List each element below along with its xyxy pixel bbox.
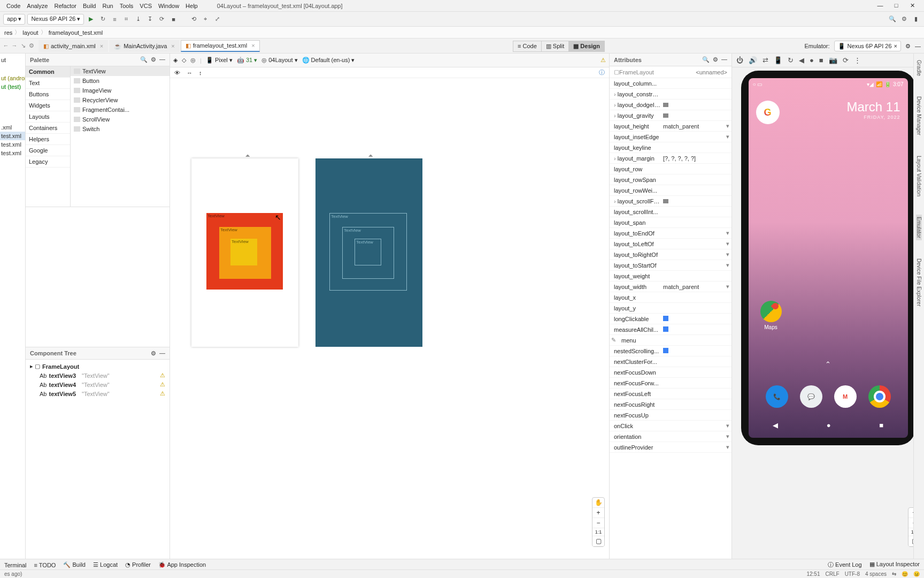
palette-item-button[interactable]: Button [71, 76, 170, 86]
project-item[interactable]: test.xml [0, 149, 25, 157]
attr-row[interactable]: outlineProvider▾ [610, 442, 732, 453]
design-surface[interactable]: TextView TextView TextView [191, 158, 298, 347]
emulator-hide-icon[interactable]: — [915, 43, 921, 49]
zoom-out-icon[interactable]: − [592, 518, 604, 528]
status-lock-icon[interactable]: ⇆ [892, 571, 896, 577]
dropdown-icon[interactable]: ▾ [724, 251, 732, 258]
settings-icon[interactable]: ⚙ [899, 16, 909, 22]
nav-fwd-icon[interactable]: → [11, 42, 18, 49]
app-gmail[interactable]: M [834, 385, 857, 408]
attr-row[interactable]: layout_rowWei... [610, 185, 732, 196]
project-item[interactable]: ut (test) [0, 82, 25, 91]
crumb-file[interactable]: framelayout_test.xml [49, 29, 103, 36]
palette-cat-containers[interactable]: Containers [26, 123, 70, 134]
run-icon[interactable]: ▶ [86, 16, 96, 22]
attr-value[interactable] [661, 198, 732, 204]
tab-layout-inspector[interactable]: ▦ Layout Inspector [869, 561, 920, 569]
design-canvas[interactable]: ⏶ ⏶ TextView TextView TextView TextView … [170, 78, 609, 563]
status-indent[interactable]: 4 spaces [865, 571, 887, 577]
window-close-icon[interactable]: ✕ [908, 2, 917, 9]
dropdown-icon[interactable]: ▾ [724, 230, 732, 237]
palette-cat-common[interactable]: Common [26, 66, 70, 78]
avd-icon[interactable]: ⟲ [189, 16, 198, 22]
tab-todo[interactable]: ≡ TODO [34, 562, 56, 568]
menu-help[interactable]: Help [182, 2, 201, 10]
palette-item-scrollview[interactable]: ScrollView [71, 115, 170, 124]
warning-icon[interactable]: ⚠ [160, 381, 165, 388]
attr-row[interactable]: layout_toEndOf▾ [610, 228, 732, 239]
apply-changes-icon[interactable]: ↻ [98, 16, 107, 22]
attr-row[interactable]: layout_toLeftOf▾ [610, 239, 732, 249]
debug-icon[interactable]: ≡ [110, 16, 119, 22]
tab-device-file-explorer[interactable]: Device File Explorer [916, 256, 922, 308]
tree-node-textview5[interactable]: Ab textView5 "TextView" ⚠ [28, 389, 167, 398]
window-minimize-icon[interactable]: — [876, 2, 884, 9]
palette-cat-google[interactable]: Google [26, 145, 70, 156]
resource-icon[interactable]: ⤢ [212, 16, 222, 22]
attr-row[interactable]: onClick▾ [610, 421, 732, 431]
palette-item-textview[interactable]: TextView [71, 66, 170, 76]
tab-activity-main[interactable]: ◧ activity_main.xml × [38, 40, 108, 52]
surface-select-icon[interactable]: ◈ [173, 57, 178, 64]
attr-row[interactable]: nextClusterFor... [610, 356, 732, 367]
attr-row[interactable]: layout_dodgeIn... [610, 100, 732, 110]
dropdown-icon[interactable]: ▾ [724, 283, 732, 290]
attr-row[interactable]: nextFocusRight [610, 399, 732, 410]
phone-screen[interactable]: ○ ▭ ▾◢ 📶 🔋 3:07 G March 11 FRIDAY, 2022 [749, 78, 908, 438]
project-item[interactable]: ut (androidTest) [0, 74, 25, 82]
tab-gradle[interactable]: Gradle [916, 58, 922, 78]
gear-icon[interactable]: ⚙ [713, 56, 718, 63]
power-icon[interactable]: ⏻ [736, 56, 743, 64]
stop-icon[interactable]: ■ [168, 16, 178, 22]
crumb-layout[interactable]: layout [22, 29, 38, 36]
status-encoding[interactable]: UTF-8 [845, 571, 860, 577]
info-icon[interactable]: ⓘ [599, 69, 605, 77]
pan-icon[interactable]: ✋ [592, 498, 604, 508]
dropdown-icon[interactable]: ▾ [724, 444, 732, 451]
attr-row[interactable]: layout_keyline [610, 142, 732, 153]
sdk-icon[interactable]: ⌖ [201, 16, 210, 22]
app-phone[interactable]: 📞 [766, 385, 788, 408]
dropdown-icon[interactable]: ▾ [724, 433, 732, 440]
attr-row[interactable]: layout_constrai... [610, 89, 732, 100]
menu-window[interactable]: Window [155, 2, 182, 10]
dropdown-icon[interactable]: ▾ [724, 240, 732, 247]
menu-analyze[interactable]: Analyze [24, 2, 51, 10]
overview-icon[interactable]: ■ [819, 56, 823, 64]
locale-picker[interactable]: 🌐 Default (en-us) ▾ [302, 57, 355, 64]
status-inspection-icon[interactable]: 😊 [902, 571, 908, 577]
gear-icon[interactable]: ⚙ [151, 350, 156, 357]
attr-row[interactable]: nestedScrolling... [610, 346, 732, 356]
attr-row[interactable]: layout_x [610, 292, 732, 303]
attr-value[interactable] [661, 102, 732, 108]
warning-icon[interactable]: ⚠ [160, 390, 165, 397]
home-icon[interactable]: ● [810, 56, 814, 64]
palette-cat-layouts[interactable]: Layouts [26, 111, 70, 123]
volume-icon[interactable]: 🔊 [749, 56, 757, 64]
attr-value[interactable] [661, 348, 732, 354]
attr-row[interactable]: layout_toStartOf▾ [610, 260, 732, 271]
nav-home-icon[interactable]: ● [827, 421, 831, 429]
project-item[interactable]: test.xml [0, 140, 25, 149]
zoom-reset[interactable]: 1:1 [592, 528, 604, 536]
attr-row[interactable]: layout_heightmatch_parent▾ [610, 121, 732, 132]
palette-cat-text[interactable]: Text [26, 78, 70, 89]
app-messages[interactable]: 💬 [800, 385, 822, 408]
palette-cat-buttons[interactable]: Buttons [26, 89, 70, 100]
palette-item-recyclerview[interactable]: RecyclerView [71, 95, 170, 105]
warning-icon[interactable]: ⚠ [160, 372, 165, 379]
tab-logcat[interactable]: ☰ Logcat [93, 561, 118, 568]
attr-value[interactable] [661, 316, 732, 322]
palette-item-switch[interactable]: Switch [71, 124, 170, 134]
attr-row[interactable]: longClickable [610, 314, 732, 324]
attributes-list[interactable]: layout_column...layout_constrai...layout… [610, 78, 732, 563]
attr-row[interactable]: nextFocusLeft [610, 389, 732, 399]
tab-app-inspection[interactable]: 🐞 App Inspection [158, 561, 206, 568]
palette-item-imageview[interactable]: ImageView [71, 86, 170, 95]
hide-icon[interactable]: — [721, 56, 727, 63]
resize-v-icon[interactable]: ↕ [199, 70, 202, 76]
attr-row[interactable]: layout_span [610, 217, 732, 228]
gear-icon[interactable]: ⚙ [151, 56, 156, 63]
device-frame-icon[interactable]: 📱 [774, 56, 782, 64]
attr-row[interactable]: nextFocusDown [610, 367, 732, 378]
